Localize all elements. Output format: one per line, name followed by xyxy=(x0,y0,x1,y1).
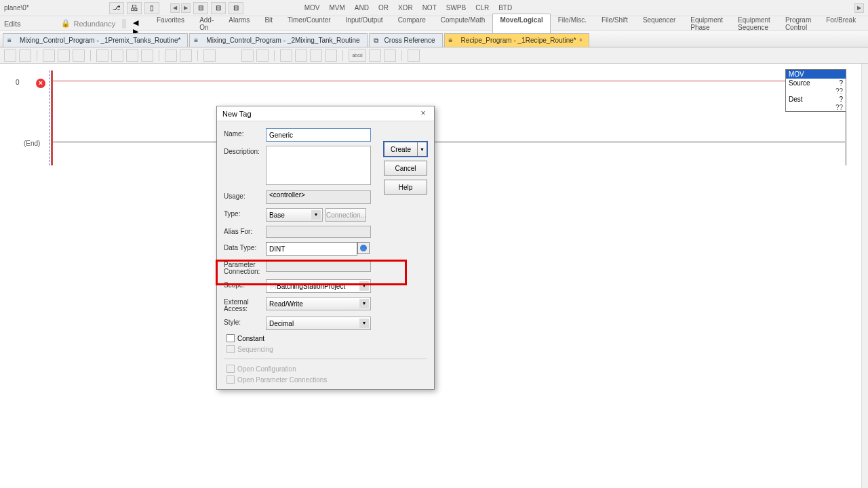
rung-wire[interactable] xyxy=(53,81,845,81)
tb-btn-8[interactable] xyxy=(126,49,138,62)
hierarchy-icon[interactable]: 品 xyxy=(127,2,142,14)
mov-instruction[interactable]: MOV Source? ?? Dest? ?? xyxy=(785,69,846,112)
dialog-close-icon[interactable]: × xyxy=(418,108,429,119)
mov-source-value[interactable]: ? xyxy=(839,79,843,87)
tb-abcd[interactable]: abcd xyxy=(349,49,366,62)
doc-tab-premix[interactable]: ≡ Mixing_Control_Program - _1Premix_Tank… xyxy=(3,33,188,47)
tab-compare[interactable]: Compare xyxy=(391,14,433,34)
cat-left-icon[interactable]: ◀ xyxy=(133,18,138,27)
rung-number: 0 xyxy=(16,79,20,86)
extaccess-select[interactable]: Read/Write▾ xyxy=(266,297,371,310)
tab-fileshift[interactable]: File/Shift xyxy=(594,14,635,34)
description-label: Description: xyxy=(224,146,266,155)
nav-right-icon[interactable]: ▶ xyxy=(181,3,191,13)
create-split-icon[interactable]: ▼ xyxy=(417,142,427,156)
datatype-input[interactable] xyxy=(266,242,357,256)
datatype-browse-button[interactable]: … xyxy=(357,242,370,254)
help-button[interactable]: Help xyxy=(384,180,427,195)
close-icon[interactable]: × xyxy=(579,37,586,43)
instr-btd[interactable]: BTD xyxy=(494,3,516,13)
tab-timer[interactable]: Timer/Counter xyxy=(280,14,338,34)
tb-btn-10[interactable] xyxy=(165,49,177,62)
mov-dest-value[interactable]: ? xyxy=(839,96,843,103)
tab-move-logical[interactable]: Move/Logical xyxy=(492,14,550,34)
tb-btn-11[interactable] xyxy=(180,49,192,62)
type-select[interactable]: Base▾ xyxy=(266,208,323,222)
tb-btn-c[interactable] xyxy=(310,49,322,62)
instr-swpb[interactable]: SWPB xyxy=(442,3,470,13)
instr-clr[interactable]: CLR xyxy=(471,3,493,13)
tb-btn-d[interactable] xyxy=(325,49,337,62)
list-icon[interactable]: ▯ xyxy=(144,2,159,14)
tb-btn-a[interactable] xyxy=(280,49,292,62)
name-input[interactable] xyxy=(266,128,371,142)
editor-toolbar: abcd xyxy=(0,47,868,64)
tb-btn-2[interactable] xyxy=(19,49,31,62)
tb-btn-7[interactable] xyxy=(111,49,123,62)
tb-btn-1[interactable] xyxy=(4,49,16,62)
style-select[interactable]: Decimal▾ xyxy=(266,317,371,330)
chevron-down-icon: ▾ xyxy=(359,299,369,308)
rung3-icon[interactable]: ⊟ xyxy=(229,2,243,14)
svg-text:…: … xyxy=(361,246,366,250)
constant-checkbox[interactable] xyxy=(226,334,235,342)
error-icon[interactable]: × xyxy=(36,79,45,88)
tab-forbreak[interactable]: For/Break xyxy=(818,14,863,34)
chevron-down-icon: ▾ xyxy=(311,210,321,220)
tab-compute[interactable]: Compute/Math xyxy=(433,14,493,34)
create-button-label: Create xyxy=(391,146,411,153)
tab-addon[interactable]: Add-On xyxy=(192,14,221,34)
sequencing-checkbox xyxy=(226,345,235,353)
tab-progctrl[interactable]: Program Control xyxy=(778,14,818,34)
new-tag-dialog: New Tag × Create ▼ Cancel Help Name: Des… xyxy=(216,106,435,390)
instr-or[interactable]: OR xyxy=(374,3,393,13)
tab-filemisc[interactable]: File/Misc. xyxy=(551,14,594,34)
tab-bit[interactable]: Bit xyxy=(257,14,280,34)
mov-source-label: Source xyxy=(789,79,810,87)
tab-special[interactable]: Special xyxy=(863,14,868,34)
instr-mov[interactable]: MOV xyxy=(300,3,324,13)
doc-tab-label: Cross Reference xyxy=(384,37,435,44)
alias-label: Alias For: xyxy=(224,226,266,235)
instr-xor[interactable]: XOR xyxy=(394,3,417,13)
scroll-right-icon[interactable]: ▶ xyxy=(854,3,864,13)
scope-select[interactable]: 📄 BatchingStationProject▾ xyxy=(266,279,371,293)
openconfig-label: Open Configuration xyxy=(237,365,296,373)
tree-icon[interactable]: ⎇ xyxy=(109,2,124,14)
tab-favorites[interactable]: Favorites xyxy=(149,14,192,34)
tb-btn-b[interactable] xyxy=(295,49,307,62)
tb-btn-g[interactable] xyxy=(408,49,420,62)
zoom-out-icon[interactable] xyxy=(256,49,269,62)
tb-btn-9[interactable] xyxy=(141,49,153,62)
tab-eqseq[interactable]: Equipment Sequence xyxy=(730,14,778,34)
zoom-in-icon[interactable] xyxy=(241,49,254,62)
create-button[interactable]: Create ▼ xyxy=(384,142,427,157)
tb-btn-f[interactable] xyxy=(384,49,396,62)
tb-btn-4[interactable] xyxy=(58,49,70,62)
name-label: Name: xyxy=(224,128,266,138)
doc-tab-crossref[interactable]: ⧉ Cross Reference xyxy=(369,33,443,47)
usage-select: <controller> xyxy=(266,190,371,204)
connection-button: Connection... xyxy=(326,208,366,222)
tb-btn-12[interactable] xyxy=(203,49,216,62)
tab-alarms[interactable]: Alarms xyxy=(221,14,257,34)
mov-dest-sub: ?? xyxy=(786,104,846,111)
tab-eqphase[interactable]: Equipment Phase xyxy=(683,14,730,34)
rung-icon[interactable]: ⊟ xyxy=(193,2,208,14)
tb-btn-5[interactable] xyxy=(73,49,85,62)
tab-sequencer[interactable]: Sequencer xyxy=(635,14,683,34)
cancel-button[interactable]: Cancel xyxy=(384,161,427,176)
instr-and[interactable]: AND xyxy=(351,3,373,13)
rung2-icon[interactable]: ⊟ xyxy=(211,2,226,14)
doc-tab-recipe[interactable]: ≡ Recipe_Program - _1Recipe_Routine* × xyxy=(444,33,589,47)
tab-io[interactable]: Input/Output xyxy=(338,14,391,34)
instr-not[interactable]: NOT xyxy=(418,3,441,13)
tb-btn-e[interactable] xyxy=(369,49,381,62)
tb-btn-6[interactable] xyxy=(96,49,108,62)
tb-btn-3[interactable] xyxy=(43,49,55,62)
description-input[interactable] xyxy=(266,146,371,185)
doc-tab-mixing[interactable]: ≡ Mixing_Control_Program - _2Mixing_Tank… xyxy=(189,33,367,47)
nav-left-icon[interactable]: ◀ xyxy=(170,3,180,13)
vertical-scrollbar[interactable] xyxy=(861,64,868,488)
instr-mvm[interactable]: MVM xyxy=(325,3,349,13)
